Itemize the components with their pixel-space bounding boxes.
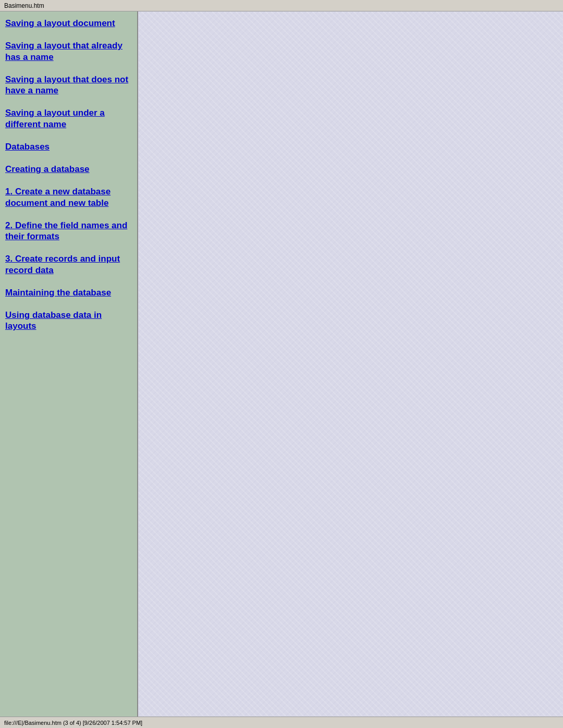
- title-bar-text: Basimenu.htm: [4, 2, 44, 9]
- sidebar-link-saving-layout-does-not-have-name[interactable]: Saving a layout that does not have a nam…: [5, 74, 132, 96]
- sidebar-link-maintaining-database[interactable]: Maintaining the database: [5, 287, 132, 298]
- main-content: Saving a layout documentSaving a layout …: [0, 11, 563, 717]
- sidebar-link-define-field-names[interactable]: 2. Define the field names and their form…: [5, 220, 132, 242]
- sidebar-link-databases[interactable]: Databases: [5, 141, 132, 152]
- sidebar-link-saving-layout-already-has-name[interactable]: Saving a layout that already has a name: [5, 40, 132, 63]
- content-area: [138, 11, 563, 717]
- sidebar: Saving a layout documentSaving a layout …: [0, 11, 138, 717]
- sidebar-link-saving-layout-document[interactable]: Saving a layout document: [5, 18, 132, 29]
- sidebar-link-creating-a-database[interactable]: Creating a database: [5, 164, 132, 175]
- status-bar-text: file:///E|/Basimenu.htm (3 of 4) [9/26/2…: [4, 720, 142, 726]
- sidebar-link-saving-layout-different-name[interactable]: Saving a layout under a different name: [5, 107, 132, 130]
- title-bar: Basimenu.htm: [0, 0, 563, 11]
- sidebar-link-create-records-input[interactable]: 3. Create records and input record data: [5, 253, 132, 276]
- sidebar-link-create-new-database-document[interactable]: 1. Create a new database document and ne…: [5, 186, 132, 208]
- status-bar: file:///E|/Basimenu.htm (3 of 4) [9/26/2…: [0, 717, 563, 728]
- sidebar-link-using-database-data-layouts[interactable]: Using database data in layouts: [5, 310, 132, 332]
